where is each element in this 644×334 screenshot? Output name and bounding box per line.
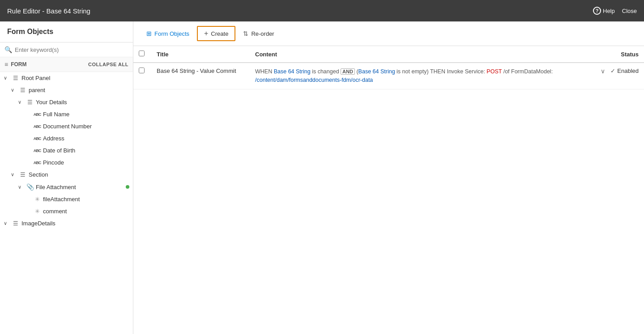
tree-item-section[interactable]: ∨☰Section: [0, 169, 133, 181]
tree-item-document-number[interactable]: ABCDocument Number: [0, 120, 133, 132]
top-bar-actions: ? Help Close: [593, 7, 637, 15]
field-ref-2: Base 64 String: [358, 68, 395, 75]
content-area: ⊞ Form Objects + Create ⇅ Re-order: [133, 21, 644, 334]
tree-item-label: Root Panel: [21, 75, 129, 81]
is-changed: is changed: [312, 68, 339, 75]
tree-item-label: Pincode: [43, 159, 129, 166]
row-status-cell: ∨ ✓ Enabled: [572, 63, 644, 79]
tree-item-label: ImageDetails: [21, 220, 129, 227]
app-title: Rule Editor - Base 64 String: [7, 7, 90, 15]
create-button[interactable]: + Create: [197, 26, 235, 41]
tree-item-comment[interactable]: ✳comment: [0, 205, 133, 217]
panel-icon: ☰: [19, 87, 27, 93]
content-toolbar: ⊞ Form Objects + Create ⇅ Re-order: [133, 21, 644, 46]
form-objects-tab-label: Form Objects: [154, 30, 189, 37]
main-layout: Form Objects 🔍 ≡ FORM COLLAPSE ALL ∨☰Roo…: [0, 21, 644, 334]
invoke-text: Invoke Service:: [447, 68, 485, 75]
sidebar-form-header: ≡ FORM COLLAPSE ALL: [0, 57, 133, 72]
hamburger-icon: ≡: [4, 61, 8, 68]
chevron-icon: ∨: [4, 220, 10, 226]
status-badge: ✓ Enabled: [610, 68, 639, 74]
tree-item-label: fileAttachment: [43, 196, 129, 203]
path2: /content/dam/formsanddocuments-fdm/ocr-d…: [255, 77, 373, 83]
rule-content: WHEN Base 64 String is changed AND (Base…: [255, 68, 553, 83]
kw-when: WHEN: [255, 68, 274, 75]
reorder-icon: ⇅: [243, 30, 248, 37]
chevron-icon: ∨: [11, 87, 17, 93]
status-label: Enabled: [617, 68, 639, 74]
sidebar: Form Objects 🔍 ≡ FORM COLLAPSE ALL ∨☰Roo…: [0, 21, 133, 334]
star-icon: ✳: [33, 196, 41, 203]
tree-item-image-details[interactable]: ∨☰ImageDetails: [0, 217, 133, 229]
col-status-header: Status: [572, 46, 644, 63]
col-checkbox: [133, 46, 151, 63]
sidebar-form-label-group: ≡ FORM: [4, 61, 27, 68]
star-icon: ✳: [33, 208, 41, 215]
tree-item-label: Full Name: [43, 111, 129, 118]
chevron-icon: ∨: [4, 75, 10, 81]
tree-item-label: parent: [29, 87, 129, 93]
check-icon: ✓: [610, 68, 615, 74]
collapse-all-button[interactable]: COLLAPSE ALL: [88, 62, 128, 67]
tree-item-fileattachment[interactable]: ✳fileAttachment: [0, 193, 133, 205]
tree-item-file-attachment[interactable]: ∨📎File Attachment: [0, 181, 133, 193]
panel-icon: ☰: [26, 99, 34, 106]
tree-item-label: Section: [29, 171, 129, 178]
kw-then: THEN: [430, 68, 445, 75]
content-table-wrap: Title Content Status Base 64 String - Va…: [133, 46, 644, 334]
col-title-header: Title: [151, 46, 250, 63]
row-checkbox[interactable]: [139, 68, 145, 73]
tree-item-address[interactable]: ABCAddress: [0, 132, 133, 144]
active-dot: [126, 185, 129, 189]
row-checkbox-cell[interactable]: [133, 63, 151, 89]
reorder-label: Re-order: [251, 30, 274, 37]
tree-item-label: Your Details: [36, 99, 129, 106]
tree-item-label: File Attachment: [36, 184, 124, 190]
plus-icon: +: [204, 30, 208, 38]
top-bar: Rule Editor - Base 64 String ? Help Clos…: [0, 0, 644, 21]
close-label: Close: [622, 8, 637, 14]
tree-item-date-of-birth[interactable]: ABCDate of Birth: [0, 144, 133, 156]
tree-item-root-panel[interactable]: ∨☰Root Panel: [0, 72, 133, 84]
sidebar-header: Form Objects: [0, 21, 133, 42]
sidebar-tree: ∨☰Root Panel∨☰parent∨☰Your DetailsABCFul…: [0, 72, 133, 334]
sidebar-search: 🔍: [0, 42, 133, 57]
tree-item-your-details[interactable]: ∨☰Your Details: [0, 96, 133, 108]
form-label: FORM: [11, 61, 26, 68]
kw-and: AND: [341, 68, 355, 75]
search-input[interactable]: [15, 47, 128, 53]
close-button[interactable]: Close: [622, 8, 637, 14]
tree-item-label: Document Number: [43, 123, 129, 130]
chevron-icon: ∨: [18, 99, 24, 105]
help-label: Help: [603, 8, 615, 14]
tree-item-pincode[interactable]: ABCPincode: [0, 156, 133, 169]
tree-item-full-name[interactable]: ABCFull Name: [0, 108, 133, 120]
abc-icon: ABC: [33, 124, 41, 129]
reorder-button[interactable]: ⇅ Re-order: [237, 27, 280, 40]
chevron-icon: ∨: [11, 172, 17, 178]
col-content-header: Content: [250, 46, 572, 63]
panel-icon: ☰: [19, 171, 27, 178]
table-header-row: Title Content Status: [133, 46, 644, 63]
expand-button[interactable]: ∨: [599, 68, 607, 75]
rules-table: Title Content Status Base 64 String - Va…: [133, 46, 644, 89]
question-icon: ?: [593, 7, 601, 15]
attachment-icon: 📎: [26, 183, 34, 190]
tree-item-label: Date of Birth: [43, 147, 129, 154]
panel-icon: ☰: [12, 220, 20, 227]
help-button[interactable]: ? Help: [593, 7, 615, 15]
field-ref-1: Base 64 String: [274, 68, 311, 75]
abc-icon: ABC: [33, 161, 41, 165]
chevron-icon: ∨: [18, 184, 24, 190]
row-title: Base 64 String - Value Commit: [151, 63, 250, 89]
select-all-checkbox[interactable]: [139, 51, 145, 56]
tree-item-parent[interactable]: ∨☰parent: [0, 84, 133, 96]
create-label: Create: [211, 30, 228, 37]
tree-item-label: Address: [43, 135, 129, 142]
row-content: WHEN Base 64 String is changed AND (Base…: [250, 63, 572, 89]
abc-icon: ABC: [33, 136, 41, 141]
form-objects-tab-icon: ⊞: [146, 30, 152, 37]
panel-icon: ☰: [12, 75, 20, 81]
table-row: Base 64 String - Value Commit WHEN Base …: [133, 63, 644, 89]
form-objects-tab[interactable]: ⊞ Form Objects: [141, 27, 195, 40]
